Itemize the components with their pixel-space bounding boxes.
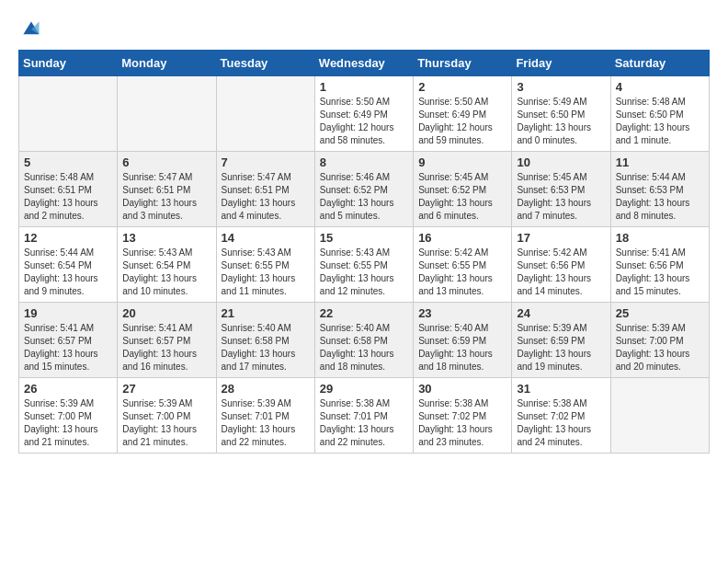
calendar-day-cell: 20Sunrise: 5:41 AM Sunset: 6:57 PM Dayli… — [118, 303, 216, 378]
day-info: Sunrise: 5:38 AM Sunset: 7:02 PM Dayligh… — [517, 397, 605, 449]
calendar-day-cell: 29Sunrise: 5:38 AM Sunset: 7:01 PM Dayli… — [314, 378, 413, 454]
calendar-day-cell: 1Sunrise: 5:50 AM Sunset: 6:49 PM Daylig… — [314, 76, 413, 152]
day-info: Sunrise: 5:50 AM Sunset: 6:49 PM Dayligh… — [418, 96, 506, 147]
day-number: 10 — [517, 155, 605, 169]
day-number: 4 — [616, 80, 704, 94]
day-header: Wednesday — [314, 51, 413, 76]
day-number: 17 — [517, 231, 605, 245]
calendar-day-cell: 21Sunrise: 5:40 AM Sunset: 6:58 PM Dayli… — [216, 303, 314, 378]
day-info: Sunrise: 5:44 AM Sunset: 6:54 PM Dayligh… — [24, 247, 112, 298]
day-number: 25 — [616, 306, 704, 320]
day-info: Sunrise: 5:39 AM Sunset: 7:00 PM Dayligh… — [24, 397, 112, 449]
day-number: 8 — [320, 155, 408, 169]
day-number: 22 — [320, 306, 408, 320]
calendar-day-cell: 22Sunrise: 5:40 AM Sunset: 6:58 PM Dayli… — [314, 303, 413, 378]
day-info: Sunrise: 5:48 AM Sunset: 6:51 PM Dayligh… — [24, 171, 112, 223]
day-info: Sunrise: 5:45 AM Sunset: 6:53 PM Dayligh… — [517, 171, 605, 223]
calendar-day-cell: 7Sunrise: 5:47 AM Sunset: 6:51 PM Daylig… — [216, 152, 314, 227]
day-info: Sunrise: 5:38 AM Sunset: 7:02 PM Dayligh… — [418, 397, 506, 449]
day-number: 13 — [122, 231, 210, 245]
day-info: Sunrise: 5:41 AM Sunset: 6:57 PM Dayligh… — [122, 322, 210, 373]
calendar-week-row: 12Sunrise: 5:44 AM Sunset: 6:54 PM Dayli… — [19, 227, 710, 303]
calendar-day-cell: 27Sunrise: 5:39 AM Sunset: 7:00 PM Dayli… — [118, 378, 216, 454]
calendar-day-cell: 11Sunrise: 5:44 AM Sunset: 6:53 PM Dayli… — [610, 152, 709, 227]
day-info: Sunrise: 5:46 AM Sunset: 6:52 PM Dayligh… — [320, 171, 408, 223]
day-info: Sunrise: 5:41 AM Sunset: 6:57 PM Dayligh… — [24, 322, 112, 373]
calendar-day-cell: 24Sunrise: 5:39 AM Sunset: 6:59 PM Dayli… — [512, 303, 610, 378]
calendar-day-cell: 12Sunrise: 5:44 AM Sunset: 6:54 PM Dayli… — [19, 227, 118, 303]
calendar-header: SundayMondayTuesdayWednesdayThursdayFrid… — [19, 51, 710, 76]
day-number: 2 — [418, 80, 506, 94]
day-number: 23 — [418, 306, 506, 320]
calendar-day-cell: 19Sunrise: 5:41 AM Sunset: 6:57 PM Dayli… — [19, 303, 118, 378]
day-info: Sunrise: 5:40 AM Sunset: 6:58 PM Dayligh… — [320, 322, 408, 373]
day-number: 21 — [222, 306, 310, 320]
calendar-day-cell: 26Sunrise: 5:39 AM Sunset: 7:00 PM Dayli… — [19, 378, 118, 454]
header-row: SundayMondayTuesdayWednesdayThursdayFrid… — [19, 51, 710, 76]
day-number: 18 — [616, 231, 704, 245]
day-number: 12 — [24, 231, 112, 245]
day-number: 19 — [24, 306, 112, 320]
logo — [18, 18, 42, 40]
day-number: 6 — [122, 155, 210, 169]
calendar-day-cell: 18Sunrise: 5:41 AM Sunset: 6:56 PM Dayli… — [610, 227, 709, 303]
calendar-day-cell — [118, 76, 216, 152]
calendar-day-cell: 4Sunrise: 5:48 AM Sunset: 6:50 PM Daylig… — [610, 76, 709, 152]
calendar-day-cell: 15Sunrise: 5:43 AM Sunset: 6:55 PM Dayli… — [314, 227, 413, 303]
calendar-day-cell: 6Sunrise: 5:47 AM Sunset: 6:51 PM Daylig… — [118, 152, 216, 227]
day-info: Sunrise: 5:45 AM Sunset: 6:52 PM Dayligh… — [418, 171, 506, 223]
calendar-day-cell: 14Sunrise: 5:43 AM Sunset: 6:55 PM Dayli… — [216, 227, 314, 303]
day-number: 1 — [320, 80, 408, 94]
calendar-day-cell: 5Sunrise: 5:48 AM Sunset: 6:51 PM Daylig… — [19, 152, 118, 227]
day-info: Sunrise: 5:39 AM Sunset: 7:00 PM Dayligh… — [122, 397, 210, 449]
day-header: Tuesday — [216, 51, 314, 76]
calendar-day-cell — [216, 76, 314, 152]
day-number: 31 — [517, 382, 605, 396]
day-header: Saturday — [610, 51, 709, 76]
day-number: 28 — [222, 382, 310, 396]
day-header: Friday — [512, 51, 610, 76]
day-number: 7 — [222, 155, 310, 169]
day-info: Sunrise: 5:39 AM Sunset: 7:00 PM Dayligh… — [616, 322, 704, 373]
calendar-day-cell: 3Sunrise: 5:49 AM Sunset: 6:50 PM Daylig… — [512, 76, 610, 152]
page-header — [18, 18, 710, 40]
calendar-day-cell: 16Sunrise: 5:42 AM Sunset: 6:55 PM Dayli… — [414, 227, 512, 303]
day-number: 30 — [418, 382, 506, 396]
calendar-day-cell: 2Sunrise: 5:50 AM Sunset: 6:49 PM Daylig… — [414, 76, 512, 152]
calendar-day-cell: 9Sunrise: 5:45 AM Sunset: 6:52 PM Daylig… — [414, 152, 512, 227]
day-number: 27 — [122, 382, 210, 396]
day-info: Sunrise: 5:42 AM Sunset: 6:56 PM Dayligh… — [517, 247, 605, 298]
calendar-week-row: 1Sunrise: 5:50 AM Sunset: 6:49 PM Daylig… — [19, 76, 710, 152]
day-header: Sunday — [19, 51, 118, 76]
day-number: 3 — [517, 80, 605, 94]
calendar-body: 1Sunrise: 5:50 AM Sunset: 6:49 PM Daylig… — [19, 76, 710, 454]
day-info: Sunrise: 5:43 AM Sunset: 6:55 PM Dayligh… — [320, 247, 408, 298]
day-info: Sunrise: 5:41 AM Sunset: 6:56 PM Dayligh… — [616, 247, 704, 298]
calendar-day-cell: 30Sunrise: 5:38 AM Sunset: 7:02 PM Dayli… — [414, 378, 512, 454]
day-number: 26 — [24, 382, 112, 396]
calendar-day-cell: 23Sunrise: 5:40 AM Sunset: 6:59 PM Dayli… — [414, 303, 512, 378]
day-number: 16 — [418, 231, 506, 245]
day-header: Monday — [118, 51, 216, 76]
calendar-day-cell: 28Sunrise: 5:39 AM Sunset: 7:01 PM Dayli… — [216, 378, 314, 454]
calendar-day-cell: 10Sunrise: 5:45 AM Sunset: 6:53 PM Dayli… — [512, 152, 610, 227]
calendar-day-cell: 31Sunrise: 5:38 AM Sunset: 7:02 PM Dayli… — [512, 378, 610, 454]
day-number: 5 — [24, 155, 112, 169]
logo-icon — [20, 18, 42, 40]
day-header: Thursday — [414, 51, 512, 76]
calendar-day-cell: 8Sunrise: 5:46 AM Sunset: 6:52 PM Daylig… — [314, 152, 413, 227]
day-info: Sunrise: 5:40 AM Sunset: 6:58 PM Dayligh… — [222, 322, 310, 373]
day-number: 24 — [517, 306, 605, 320]
day-info: Sunrise: 5:42 AM Sunset: 6:55 PM Dayligh… — [418, 247, 506, 298]
calendar-week-row: 19Sunrise: 5:41 AM Sunset: 6:57 PM Dayli… — [19, 303, 710, 378]
calendar-week-row: 5Sunrise: 5:48 AM Sunset: 6:51 PM Daylig… — [19, 152, 710, 227]
day-number: 9 — [418, 155, 506, 169]
day-info: Sunrise: 5:43 AM Sunset: 6:54 PM Dayligh… — [122, 247, 210, 298]
calendar-day-cell: 17Sunrise: 5:42 AM Sunset: 6:56 PM Dayli… — [512, 227, 610, 303]
day-info: Sunrise: 5:39 AM Sunset: 6:59 PM Dayligh… — [517, 322, 605, 373]
day-info: Sunrise: 5:39 AM Sunset: 7:01 PM Dayligh… — [222, 397, 310, 449]
day-number: 29 — [320, 382, 408, 396]
logo-text — [18, 18, 42, 40]
day-number: 14 — [222, 231, 310, 245]
day-info: Sunrise: 5:40 AM Sunset: 6:59 PM Dayligh… — [418, 322, 506, 373]
